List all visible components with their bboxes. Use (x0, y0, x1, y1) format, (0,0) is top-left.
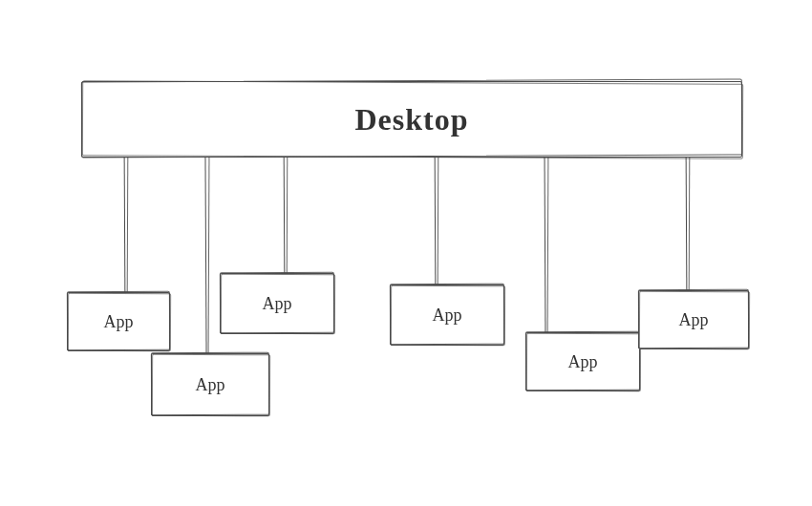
connector-5 (686, 158, 690, 290)
desktop-label: Desktop (354, 102, 468, 137)
connector-3 (435, 158, 438, 285)
app-node-5: App (638, 290, 749, 349)
app-label-3: App (433, 306, 462, 326)
app-node-3: App (390, 285, 504, 346)
app-node-2: App (220, 273, 334, 334)
app-node-4: App (525, 332, 640, 391)
connector-1 (205, 158, 209, 353)
app-label-5: App (679, 310, 709, 330)
connector-4 (545, 158, 548, 332)
app-label-1: App (196, 375, 225, 395)
desktop-node: Desktop (81, 81, 742, 158)
app-label-2: App (263, 294, 292, 314)
app-label-4: App (568, 352, 598, 372)
connector-0 (124, 158, 128, 292)
diagram-canvas: Desktop App App App App App App (0, 0, 812, 506)
app-node-1: App (151, 353, 269, 416)
app-label-0: App (104, 312, 134, 332)
connector-2 (284, 158, 288, 273)
app-node-0: App (67, 292, 170, 351)
